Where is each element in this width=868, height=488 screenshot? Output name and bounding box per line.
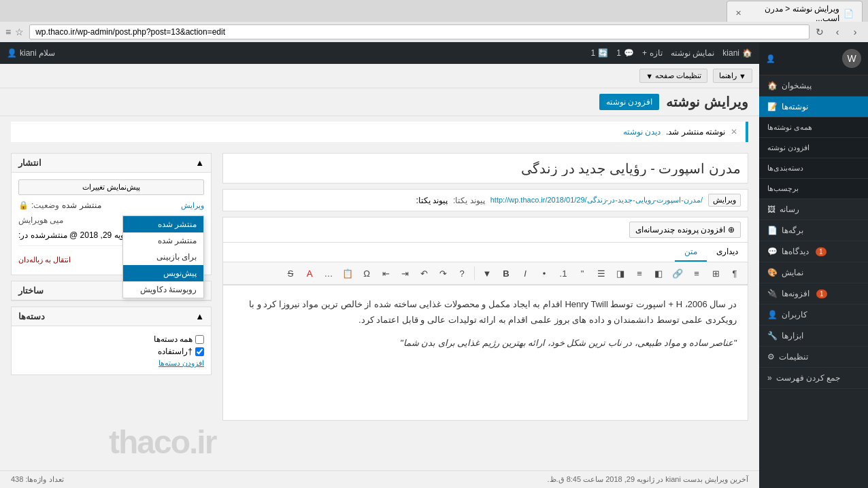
ul-btn[interactable]: • xyxy=(535,265,553,281)
more2-btn[interactable]: … xyxy=(320,265,337,281)
sidebar-item-all-posts[interactable]: همه‌ی نوشته‌ها xyxy=(759,118,868,138)
status-value: منتشر شده xyxy=(62,201,101,210)
dropdown-item-published[interactable]: منتشر شده xyxy=(123,216,203,232)
sidebar-item-dashboard[interactable]: پیشخوان 🏠 xyxy=(759,75,868,97)
page-title: ویرایش نوشته xyxy=(666,94,748,110)
add-category-link[interactable]: افزودن دسته‌ها xyxy=(158,359,204,367)
admin-bar-new[interactable]: تازه + xyxy=(642,48,663,58)
forward-button[interactable]: › xyxy=(830,24,845,39)
indent-btn[interactable]: ⇥ xyxy=(396,265,414,281)
paragraph-btn[interactable]: ¶ xyxy=(726,265,744,281)
table-btn[interactable]: ⊞ xyxy=(707,265,724,281)
wp-main: 🏠 kiani نمایش نوشته تازه + 💬 1 🔄 1 سلام … xyxy=(0,42,759,488)
bold-btn[interactable]: B xyxy=(497,265,515,281)
tab-close-icon[interactable]: ✕ xyxy=(735,9,741,18)
ol-btn[interactable]: 1. xyxy=(554,265,572,281)
status-dropdown: ویرایش منتشر شده منتشر شده برای بازبینی … xyxy=(181,201,204,210)
address-bar[interactable] xyxy=(29,24,809,39)
strikethrough-btn[interactable]: S xyxy=(282,265,299,281)
comments-count: 1 xyxy=(616,48,621,58)
undo-btn[interactable]: ↶ xyxy=(415,265,433,281)
admin-bar-view-post[interactable]: نمایش نوشته xyxy=(671,48,714,58)
wp-logo: W xyxy=(842,49,861,68)
justify-btn[interactable]: ☰ xyxy=(592,265,610,281)
sidebar-item-comments[interactable]: 1 دیدگاه‌ها 💬 xyxy=(759,241,868,262)
pages-label: برگه‌ها xyxy=(782,226,803,235)
more-btn[interactable]: ▼ xyxy=(478,265,496,281)
align-left-btn[interactable]: ◧ xyxy=(650,265,667,281)
special-char-btn[interactable]: Ω xyxy=(358,265,375,281)
status-edit-link[interactable]: ویرایش xyxy=(181,201,204,209)
media-icon: 🖼 xyxy=(767,205,775,214)
align-center-btn[interactable]: ≡ xyxy=(631,265,648,281)
sidebar-item-appearance[interactable]: نمایش 🎨 xyxy=(759,262,868,283)
admin-bar-updates[interactable]: 🔄 1 xyxy=(591,48,609,58)
tags-label: برچسب‌ها xyxy=(767,184,799,193)
media-label: رسانه xyxy=(780,205,799,214)
redo-btn[interactable]: ↷ xyxy=(434,265,452,281)
sidebar-item-collapse[interactable]: جمع کردن فهرست « xyxy=(759,368,868,389)
toolbar-divider-1 xyxy=(474,266,475,280)
dropdown-item-draft[interactable]: پیش‌نویس xyxy=(123,265,203,281)
tab-visual[interactable]: دیداری xyxy=(707,243,748,262)
blockquote-btn[interactable]: " xyxy=(573,265,591,281)
add-media-label: افزودن پرونده چندرسانه‌ای xyxy=(635,225,725,234)
sidebar-item-settings[interactable]: تنظیمات ⚙ xyxy=(759,347,868,368)
plus-circle-icon: ⊕ xyxy=(728,225,735,234)
list-btn[interactable]: ≡ xyxy=(688,265,705,281)
notice-text: نوشته منتشر شد. xyxy=(666,127,725,137)
secondary-toolbar: ▼ راهنما تنظیمات صفحه ▼ xyxy=(0,64,759,88)
sidebar-item-tags[interactable]: برچسب‌ها xyxy=(759,179,868,199)
post-title-input[interactable] xyxy=(230,160,741,176)
editor-body[interactable]: در سال 2006، H + اسپورت توسط Henry Twill… xyxy=(222,285,748,421)
refresh-button[interactable]: ↻ xyxy=(812,24,827,39)
sidebar-item-plugins[interactable]: 1 افزونه‌ها 🔌 xyxy=(759,283,868,304)
dropdown-item-other[interactable]: روبوستۀ دکاویش xyxy=(123,281,203,298)
link-btn[interactable]: 🔗 xyxy=(669,265,686,281)
star-icon[interactable]: ☆ xyxy=(15,27,24,37)
tools-icon: 🔧 xyxy=(767,331,778,341)
categories-box-header[interactable]: ▲ دسته‌ها xyxy=(12,307,211,326)
color-btn[interactable]: A xyxy=(301,265,318,281)
sidebar-item-tools[interactable]: ابزارها 🔧 xyxy=(759,326,868,347)
editor-sidebar: ▲ انتشار پیش‌نمایش تغییرات ویرایش منتشر … xyxy=(11,147,212,470)
sidebar-item-posts[interactable]: نوشته‌ها 📝 xyxy=(759,97,868,118)
screen-options-button[interactable]: تنظیمات صفحه ▼ xyxy=(639,69,707,83)
preview-changes-button[interactable]: پیش‌نمایش تغییرات xyxy=(18,179,204,195)
notice-close-button[interactable]: ✕ xyxy=(731,127,737,137)
category-all-checkbox[interactable] xyxy=(195,335,204,344)
back-button[interactable]: ‹ xyxy=(848,24,863,39)
admin-bar-comments[interactable]: 💬 1 xyxy=(616,48,634,58)
trash-link[interactable]: انتقال به زباله‌دان xyxy=(18,256,71,264)
paste-btn[interactable]: 📋 xyxy=(339,265,356,281)
sidebar-item-categories[interactable]: دسته‌بندی‌ها xyxy=(759,158,868,179)
publish-box-body: پیش‌نمایش تغییرات ویرایش منتشر شده منتشر… xyxy=(12,173,211,275)
help-button[interactable]: ▼ راهنما xyxy=(713,69,752,83)
category-checkbox[interactable] xyxy=(195,347,204,356)
sidebar-item-media[interactable]: رسانه 🖼 xyxy=(759,199,868,220)
add-media-button[interactable]: ⊕ افزودن پرونده چندرسانه‌ای xyxy=(629,222,741,238)
chevron-down-icon: ▼ xyxy=(739,72,746,80)
permalink-edit-button[interactable]: ویرایش xyxy=(708,194,741,207)
dashboard-label: پیشخوان xyxy=(782,81,812,90)
help-icon-btn[interactable]: ? xyxy=(453,265,471,281)
notice-link[interactable]: دیدن نوشته xyxy=(623,127,661,137)
sidebar-item-add-post[interactable]: افزودن نوشته xyxy=(759,138,868,158)
sidebar-item-users[interactable]: کاربران 👤 xyxy=(759,304,868,326)
sidebar-item-pages[interactable]: برگه‌ها 📄 xyxy=(759,220,868,241)
dropdown-item-published2[interactable]: منتشر شده xyxy=(123,232,203,249)
publish-box-header[interactable]: ▲ انتشار xyxy=(12,154,211,173)
admin-bar-home[interactable]: 🏠 kiani xyxy=(722,48,752,58)
status-label: وضعیت: xyxy=(31,201,59,210)
align-right-btn[interactable]: ◨ xyxy=(612,265,629,281)
permalink-url: http://wp.thaco.ir/2018/01/29/مدرن-اسپور… xyxy=(490,196,703,205)
add-new-button[interactable]: افزودن نوشته xyxy=(599,94,659,110)
outdent-btn[interactable]: ⇤ xyxy=(377,265,395,281)
admin-greeting[interactable]: سلام kiani 👤 xyxy=(7,48,55,58)
add-post-label: افزودن نوشته xyxy=(767,143,809,152)
dropdown-item-review[interactable]: برای بازبینی xyxy=(123,249,203,265)
tab-text[interactable]: متن xyxy=(675,243,707,262)
italic-btn[interactable]: I xyxy=(516,265,534,281)
menu-icon[interactable]: ≡ xyxy=(5,27,11,37)
permalink-label: پیوند یکتا: xyxy=(453,196,485,205)
